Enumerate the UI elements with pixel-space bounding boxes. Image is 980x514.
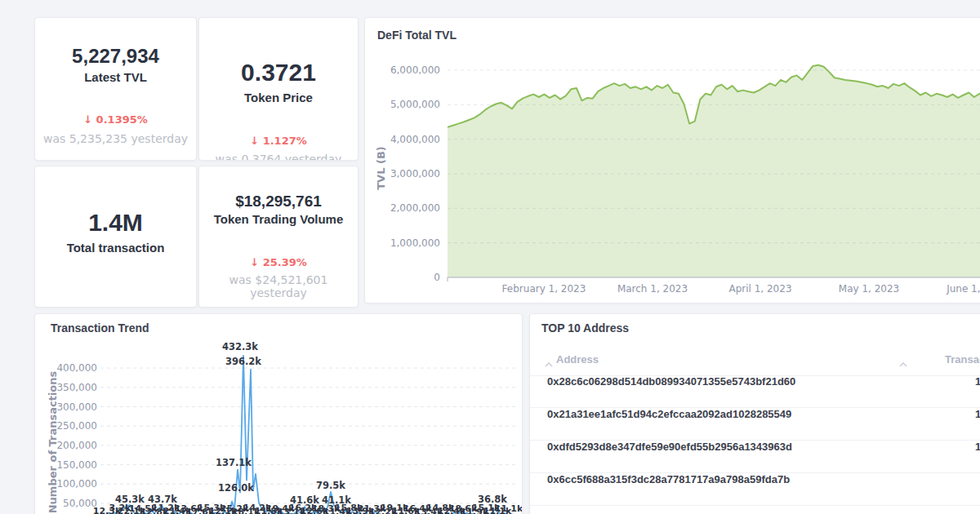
tvl-area-chart-canvas[interactable]: 01,000,0002,000,0003,000,0004,000,0005,0… [365, 18, 980, 303]
y-tick-label: 5,000,000 [390, 99, 440, 110]
column-header-address[interactable]: Address [556, 353, 599, 366]
y-tick-label: 4,000,000 [390, 134, 440, 145]
address-cell: 0x21a31ee1afc51d94c2efccaa2092ad10282855… [547, 408, 791, 420]
y-tick-label: 250,000 [56, 420, 97, 432]
transaction-count-cell: 1 [975, 408, 980, 420]
stat-previous: was 5,235,235 yesterday [35, 132, 196, 145]
x-tick-label: March 1, 2023 [617, 283, 688, 295]
x-tick-label: April 1, 2023 [728, 283, 791, 295]
y-tick-label: 1,000,000 [390, 237, 440, 249]
stat-card-latest-tvl: 5,227,934 Latest TVL ↓ 0.1395% was 5,235… [34, 17, 197, 161]
y-tick-label: 100,000 [56, 478, 97, 490]
stat-delta: ↓ 25.39% [199, 256, 358, 268]
y-tick-label: 200,000 [56, 440, 97, 451]
delta-value: 1.127% [263, 135, 307, 147]
trend-line-chart-canvas[interactable]: 50,000100,000150,000200,000250,000300,00… [35, 314, 522, 514]
y-tick-label: 0 [434, 272, 440, 283]
y-tick-label: 400,000 [56, 362, 97, 374]
address-cell: 0x6cc5f688a315f3dc28a7781717a9a798a59fda… [547, 473, 790, 485]
address-cell: 0xdfd5293d8e347dfe59e90efd55b2956a134396… [547, 441, 792, 453]
down-arrow-icon: ↓ [250, 256, 259, 268]
data-label: 43.7k [148, 494, 177, 505]
stat-previous: was 0.3764 yesterday [199, 153, 358, 161]
stat-label: Token Price [199, 91, 358, 104]
panel-title: DeFi Total TVL [377, 29, 457, 42]
y-axis-title: TVL (B) [375, 146, 387, 190]
stat-card-total-transaction: 1.4M Total transaction [34, 166, 197, 308]
stat-value: $18,295,761 [199, 193, 358, 210]
y-tick-label: 150,000 [56, 459, 97, 471]
transaction-trend-panel: Transaction Trend 50,000100,000150,00020… [34, 313, 523, 514]
stat-label: Token Trading Volume [199, 212, 358, 226]
data-label: 41.1k [322, 494, 351, 506]
transaction-count-cell: 1 [975, 375, 980, 388]
data-label: 396.2k [225, 356, 261, 367]
table-row: 0xdfd5293d8e347dfe59e90efd55b2956a134396… [530, 441, 980, 473]
stat-card-trading-volume: $18,295,761 Token Trading Volume ↓ 25.39… [198, 166, 359, 308]
table-row: 0x28c6c06298d514db089934071355e5743bf21d… [530, 375, 980, 408]
stat-delta: ↓ 0.1395% [35, 113, 196, 126]
y-tick-label: 3,000,000 [390, 168, 440, 179]
stat-label: Latest TVL [35, 70, 196, 84]
y-tick-label: 2,000,000 [390, 202, 440, 214]
down-arrow-icon: ↓ [250, 135, 259, 147]
panel-title: TOP 10 Address [541, 321, 629, 335]
transaction-count-cell: 1 [975, 441, 980, 453]
sort-ascending-icon[interactable] [545, 356, 553, 370]
data-label: 126.0k [218, 482, 254, 494]
data-label: 137.1k [216, 457, 252, 468]
stat-value: 5,227,934 [35, 45, 196, 68]
data-label: 432.3k [222, 341, 258, 352]
delta-value: 0.1395% [96, 113, 148, 126]
address-cell: 0x28c6c06298d514db089934071355e5743bf21d… [547, 375, 795, 388]
data-label: 36.8k [478, 494, 507, 505]
stat-card-token-price: 0.3721 Token Price ↓ 1.127% was 0.3764 y… [198, 17, 359, 161]
x-tick-label: February 1, 2023 [502, 283, 586, 295]
sort-ascending-icon[interactable] [899, 356, 907, 370]
table-row: 0x6cc5f688a315f3dc28a7781717a9a798a59fda… [530, 473, 980, 506]
y-tick-label: 50,000 [63, 498, 97, 509]
down-arrow-icon: ↓ [83, 113, 92, 126]
data-label: 45.3k [115, 494, 145, 505]
stat-value: 1.4M [35, 209, 196, 237]
defi-dashboard: { "colors":{"green_line":"#8cbe5a","gree… [0, 0, 980, 514]
stat-previous: was $24,521,601 yesterday [199, 273, 358, 299]
x-tick-label: May 1, 2023 [839, 283, 899, 295]
table-row: 0x21a31ee1afc51d94c2efccaa2092ad10282855… [530, 408, 980, 441]
y-tick-label: 350,000 [56, 382, 97, 393]
table-body: 0x28c6c06298d514db089934071355e5743bf21d… [530, 375, 980, 506]
y-tick-label: 6,000,000 [390, 64, 440, 76]
panel-title: Transaction Trend [51, 321, 149, 335]
delta-value: 25.39% [263, 256, 307, 268]
data-label: 79.5k [316, 480, 345, 491]
y-tick-label: 300,000 [56, 401, 97, 413]
data-label: 41.6k [290, 494, 319, 506]
x-tick-label: June 1, 2023 [946, 283, 980, 295]
top-addresses-panel: TOP 10 Address Address Transaction Count… [529, 313, 980, 514]
table-header-row: Address Transaction Count [530, 343, 980, 376]
trend-series-line [100, 356, 522, 514]
column-header-transaction-count[interactable]: Transaction Count [945, 353, 980, 366]
stat-label: Total transaction [35, 241, 196, 255]
stat-value: 0.3721 [199, 59, 358, 86]
y-axis-title: Number of Transactions [47, 370, 59, 513]
stat-delta: ↓ 1.127% [199, 135, 358, 147]
tvl-chart-panel: DeFi Total TVL 01,000,0002,000,0003,000,… [364, 17, 980, 304]
